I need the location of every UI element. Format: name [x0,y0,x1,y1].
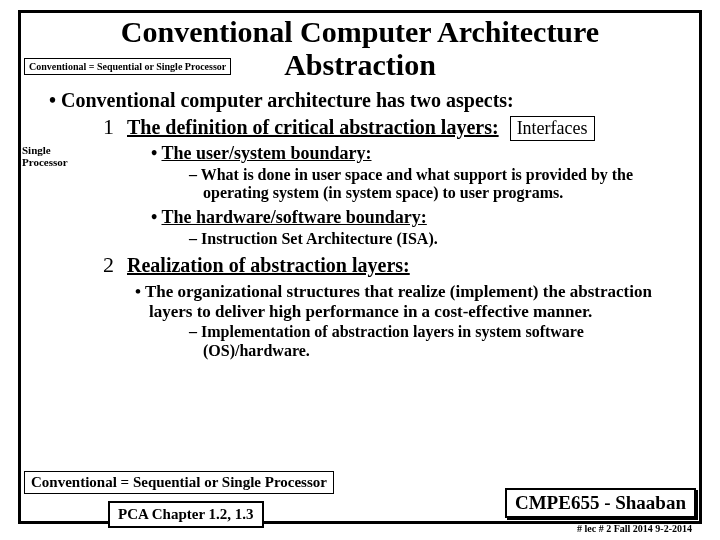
user-system-boundary: • The user/system boundary: [151,143,691,164]
aspect-2: 2 Realization of abstraction layers: [103,252,691,278]
isa-detail: Instruction Set Architecture (ISA). [189,230,691,248]
title-line-2: Abstraction [284,48,436,81]
interfaces-box: Interfaces [510,116,595,141]
aspect-1-text: The definition of critical abstraction l… [127,116,499,138]
course-box: CMPE655 - Shaaban [505,488,696,518]
implementation-detail: Implementation of abstraction layers in … [189,323,691,360]
aspect-2-text: Realization of abstraction layers: [127,254,410,277]
aspect-1: 1 The definition of critical abstraction… [103,114,691,141]
annotation-top-box: Conventional = Sequential or Single Proc… [24,58,231,75]
aspect-1-number: 1 [103,114,117,140]
title-line-1: Conventional Computer Architecture [121,15,599,48]
pca-chapter-box: PCA Chapter 1.2, 1.3 [108,501,264,528]
hw-sw-boundary: • The hardware/software boundary: [151,207,691,228]
annotation-left: Single Processor [22,144,68,168]
slide-body: • Conventional computer architecture has… [21,89,699,360]
annotation-left-l1: Single [22,144,51,156]
aspect-2-number: 2 [103,252,117,278]
user-system-detail: What is done in user space and what supp… [189,166,691,203]
bottom-definition-box: Conventional = Sequential or Single Proc… [24,471,334,494]
realization-detail: The organizational structures that reali… [135,282,691,321]
slide-frame: Conventional Computer Architecture Abstr… [18,10,702,524]
annotation-left-l2: Processor [22,156,68,168]
intro-bullet: • Conventional computer architecture has… [49,89,691,112]
footer-meta: # lec # 2 Fall 2014 9-2-2014 [577,523,692,534]
